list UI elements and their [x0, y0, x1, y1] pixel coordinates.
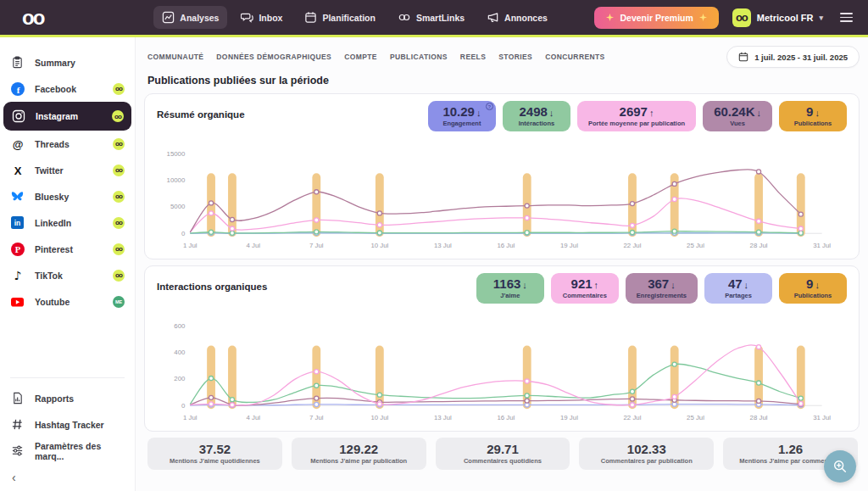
page-title: Publications publiées sur la période — [147, 75, 860, 86]
svg-text:31 Jul: 31 Jul — [813, 414, 831, 421]
sidebar-item-tiktok[interactable]: ♪ TikTokoo — [0, 262, 135, 288]
stat-card-row: ? 10.29↓ Engagement 2498↓ Intéractions 2… — [428, 101, 847, 131]
svg-text:10000: 10000 — [167, 176, 186, 184]
tab-communaut[interactable]: COMMUNAUTÉ — [147, 53, 203, 61]
metricool-badge: oo — [113, 217, 125, 229]
svg-text:25 Jul: 25 Jul — [687, 414, 704, 421]
trend-down-icon: ↓ — [522, 280, 527, 290]
nav-item-annonces[interactable]: Annonces — [478, 6, 556, 29]
chart-title: Résumé organique — [157, 101, 245, 120]
metricool-badge: oo — [112, 110, 124, 122]
svg-text:400: 400 — [174, 349, 186, 356]
metric-card-commentaires-quotidiens: 29.71 Commentaires quotidiens — [436, 438, 570, 470]
zoom-fab[interactable] — [824, 450, 856, 483]
metric-card-commentaires-par-publication: 102.33 Commentaires par publication — [579, 438, 714, 470]
hashtag-icon — [10, 417, 25, 432]
metricool-badge: oo — [113, 270, 125, 282]
svg-text:25 Jul: 25 Jul — [687, 242, 704, 249]
sidebar-item-youtube[interactable]: YoutubeME — [0, 288, 135, 315]
sidebar-item-threads[interactable]: @ Threadsoo — [0, 131, 135, 157]
trend-down-icon: ↓ — [757, 108, 762, 118]
tab-donn-es-d-mographiques[interactable]: DONNÉES DÉMOGRAPHIQUES — [216, 53, 331, 61]
stat-card-publications[interactable]: 9↓ Publications — [779, 273, 847, 304]
svg-text:13 Jul: 13 Jul — [434, 242, 452, 249]
nav-item-analyses[interactable]: Analyses — [153, 6, 227, 29]
sidebar-item-param-tres-des-marq[interactable]: Paramètres des marq... — [0, 438, 135, 464]
sidebar-item-rapports[interactable]: Rapports — [0, 385, 135, 411]
metric-card-mentions-j-aime-par-publication: 129.22 Mentions J'aime par publication — [292, 438, 426, 470]
menu-icon[interactable] — [837, 9, 856, 25]
sidebar-collapse-button[interactable]: ‹ — [0, 464, 135, 486]
account-switcher[interactable]: oo Metricool FR ▾ — [732, 8, 823, 27]
sliders-icon — [10, 444, 25, 458]
stat-card-engagement[interactable]: ? 10.29↓ Engagement — [428, 101, 496, 131]
organic-interactions-card: Interactions organiques 1163↓ J'aime 921… — [144, 265, 860, 432]
premium-button[interactable]: Devenir Premium — [594, 7, 718, 29]
metricool-logo[interactable]: oo — [22, 8, 43, 28]
linkedin-icon: in — [10, 215, 25, 230]
inbox-icon — [241, 11, 253, 24]
sidebar-item-hashtag-tracker[interactable]: Hashtag Tracker — [0, 411, 135, 438]
section-tabs: COMMUNAUTÉDONNÉES DÉMOGRAPHIQUESCOMPTEPU… — [144, 53, 605, 61]
sidebar-item-instagram[interactable]: Instagramoo — [3, 102, 131, 131]
tab-concurrents[interactable]: CONCURRENTS — [545, 53, 605, 61]
metric-card-mentions-j-aime-quotidiennes: 37.52 Mentions J'aime quotidiennes — [147, 438, 282, 470]
tab-reels[interactable]: REELS — [460, 53, 486, 61]
sidebar-item-facebook[interactable]: f Facebookoo — [0, 75, 135, 102]
stat-card-vues[interactable]: 60.24K↓ Vues — [703, 101, 772, 131]
chevron-down-icon: ▾ — [819, 14, 823, 22]
svg-text:16 Jul: 16 Jul — [497, 242, 515, 249]
nav-item-planification[interactable]: Planification — [296, 6, 383, 29]
sparkle-icon — [699, 14, 707, 21]
svg-text:@: @ — [12, 137, 23, 150]
svg-text:in: in — [14, 219, 21, 227]
trend-down-icon: ↓ — [549, 108, 554, 118]
tiktok-icon: ♪ — [10, 268, 25, 282]
stat-card-partages[interactable]: 47↓ Partages — [704, 273, 772, 304]
svg-text:600: 600 — [174, 322, 186, 330]
svg-text:7 Jul: 7 Jul — [309, 414, 324, 421]
stat-card-j-aime[interactable]: 1163↓ J'aime — [476, 273, 544, 304]
organic-summary-card: Résumé organique ? 10.29↓ Engagement 249… — [144, 93, 860, 259]
summary-metrics-row: 37.52 Mentions J'aime quotidiennes 129.2… — [147, 438, 858, 470]
stat-card-port-e-moyenne-par-publication[interactable]: 2697↑ Portée moyenne par publication — [577, 101, 696, 131]
svg-text:X: X — [14, 164, 21, 176]
main-nav: Analyses Inbox Planification SmartLinks … — [153, 6, 556, 29]
sidebar-divider — [10, 377, 125, 378]
svg-text:f: f — [16, 84, 19, 94]
stat-card-commentaires[interactable]: 921↑ Commentaires — [551, 273, 619, 304]
stat-card-publications[interactable]: 9↓ Publications — [779, 101, 847, 131]
sidebar: Summary f Facebookoo Instagramoo @ Threa… — [0, 37, 136, 491]
metricool-badge: oo — [113, 165, 125, 176]
sidebar-item-linkedin[interactable]: in LinkedInoo — [0, 209, 135, 236]
sidebar-item-twitter[interactable]: X Twitteroo — [0, 157, 135, 183]
chart-icon — [162, 11, 175, 24]
trend-up-icon: ↑ — [594, 280, 599, 290]
metricool-badge: oo — [113, 138, 125, 150]
stat-card-int-ractions[interactable]: 2498↓ Intéractions — [503, 101, 570, 131]
report-icon — [10, 391, 25, 405]
svg-text:4 Jul: 4 Jul — [246, 414, 260, 421]
sparkle-icon — [606, 14, 614, 21]
r-sum-organique-chart: 0500010000150001 Jul4 Jul7 Jul10 Jul13 J… — [157, 143, 847, 257]
date-range-label: 1 juil. 2025 - 31 juil. 2025 — [754, 53, 848, 62]
sidebar-item-summary[interactable]: Summary — [0, 49, 135, 75]
date-range-picker[interactable]: 1 juil. 2025 - 31 juil. 2025 — [726, 46, 860, 68]
svg-text:28 Jul: 28 Jul — [750, 242, 768, 249]
sidebar-item-pinterest[interactable]: P Pinterestoo — [0, 236, 135, 262]
nav-item-smartlinks[interactable]: SmartLinks — [389, 6, 473, 29]
twitter-icon: X — [10, 163, 25, 177]
tab-publications[interactable]: PUBLICATIONS — [390, 53, 448, 61]
nav-item-inbox[interactable]: Inbox — [232, 6, 291, 29]
threads-icon: @ — [10, 137, 25, 151]
tab-stories[interactable]: STORIES — [498, 53, 532, 61]
tab-compte[interactable]: COMPTE — [344, 53, 377, 61]
zoom-in-icon — [832, 459, 848, 474]
help-icon[interactable]: ? — [486, 103, 493, 110]
sidebar-item-bluesky[interactable]: Blueskyoo — [0, 183, 135, 209]
instagram-icon — [11, 109, 25, 124]
stat-card-enregistrements[interactable]: 367↓ Enregistrements — [626, 273, 698, 304]
account-avatar: oo — [732, 8, 751, 27]
profile-badge: ME — [113, 296, 125, 308]
svg-text:4 Jul: 4 Jul — [246, 242, 260, 249]
